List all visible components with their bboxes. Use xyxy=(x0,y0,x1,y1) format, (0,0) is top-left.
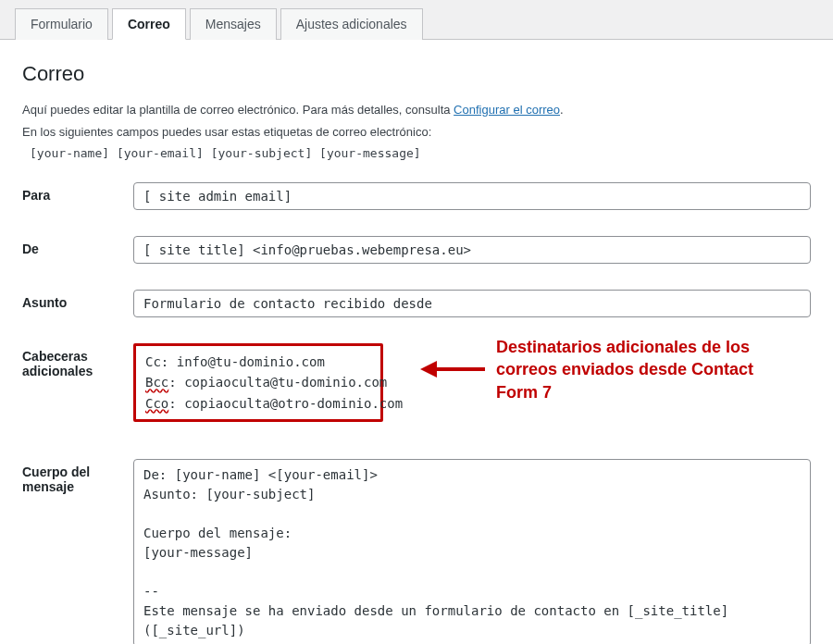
input-para[interactable] xyxy=(133,182,811,210)
input-cabeceras[interactable]: Cc: info@tu-dominio.com Bcc: copiaoculta… xyxy=(133,343,383,422)
field-cabeceras: Cabeceras adicionales Cc: info@tu-domini… xyxy=(22,343,811,422)
intro-text: Aquí puedes editar la plantilla de corre… xyxy=(22,101,811,160)
label-cuerpo: Cuerpo del mensaje xyxy=(22,459,133,494)
input-cuerpo[interactable] xyxy=(133,459,811,644)
intro-line2: En los siguientes campos puedes usar est… xyxy=(22,123,811,142)
label-asunto: Asunto xyxy=(22,290,133,310)
mail-tags: [your-name] [your-email] [your-subject] … xyxy=(30,146,811,160)
annotation-text: Destinatarios adicionales de los correos… xyxy=(496,336,792,403)
tab-correo[interactable]: Correo xyxy=(112,8,186,40)
label-cabeceras: Cabeceras adicionales xyxy=(22,343,133,378)
tab-formulario[interactable]: Formulario xyxy=(15,8,108,40)
panel-heading: Correo xyxy=(22,62,811,86)
mail-panel: Correo Aquí puedes editar la plantilla d… xyxy=(0,40,833,644)
annotation-overlay: Destinatarios adicionales de los correos… xyxy=(420,336,792,403)
field-para: Para xyxy=(22,182,811,210)
input-asunto[interactable] xyxy=(133,290,811,317)
field-cuerpo: Cuerpo del mensaje xyxy=(22,459,811,644)
tab-bar: Formulario Correo Mensajes Ajustes adici… xyxy=(0,0,833,40)
svg-marker-1 xyxy=(420,361,437,378)
input-de[interactable] xyxy=(133,236,811,264)
intro-line1: Aquí puedes editar la plantilla de corre… xyxy=(22,103,454,117)
tab-mensajes[interactable]: Mensajes xyxy=(190,8,277,40)
label-de: De xyxy=(22,236,133,256)
tab-ajustes[interactable]: Ajustes adicionales xyxy=(280,8,423,40)
field-asunto: Asunto xyxy=(22,290,811,317)
field-de: De xyxy=(22,236,811,264)
label-para: Para xyxy=(22,182,133,203)
intro-link[interactable]: Configurar el correo xyxy=(454,103,560,117)
arrow-icon xyxy=(420,355,485,383)
